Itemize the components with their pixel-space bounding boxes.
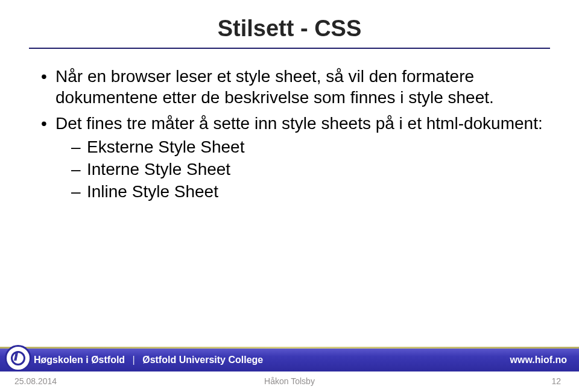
slide-footer: Høgskolen i Østfold | Østfold University… <box>0 349 579 392</box>
slide: Stilsett - CSS Når en browser leser et s… <box>0 0 579 392</box>
slide-content: Når en browser leser et style sheet, så … <box>29 66 550 202</box>
brand-name-no: Høgskolen i Østfold <box>34 355 125 365</box>
footer-page-number: 12 <box>551 376 561 386</box>
brand-name-en: Østfold University College <box>142 355 263 365</box>
bullet-list: Når en browser leser et style sheet, så … <box>39 66 550 202</box>
brand-separator: | <box>133 355 135 365</box>
meta-row: 25.08.2014 Håkon Tolsby 12 <box>0 371 579 392</box>
sub-bullet-list: Eksterne Style Sheet Interne Style Sheet… <box>55 136 550 202</box>
sub-bullet-item: Eksterne Style Sheet <box>71 136 550 157</box>
brand-url: www.hiof.no <box>510 355 568 365</box>
sub-bullet-item: Inline Style Sheet <box>71 181 550 202</box>
brand-text: Høgskolen i Østfold | Østfold University… <box>34 355 263 365</box>
bullet-text: Det fines tre måter å sette inn style sh… <box>55 114 543 133</box>
footer-date: 25.08.2014 <box>14 376 57 386</box>
brand-bar: Høgskolen i Østfold | Østfold University… <box>0 349 579 371</box>
footer-author: Håkon Tolsby <box>264 376 315 386</box>
slide-title: Stilsett - CSS <box>29 16 550 42</box>
college-logo-icon <box>5 345 31 371</box>
title-underline <box>29 48 550 49</box>
sub-bullet-item: Interne Style Sheet <box>71 159 550 180</box>
bullet-item: Når en browser leser et style sheet, så … <box>39 66 550 108</box>
bullet-item: Det fines tre måter å sette inn style sh… <box>39 113 550 202</box>
